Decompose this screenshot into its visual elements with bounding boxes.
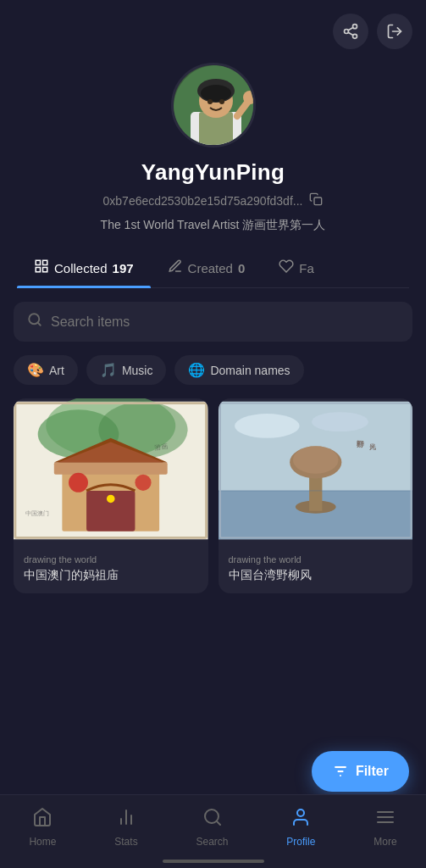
wallet-address-text: 0xb7e6ecd2530b2e15d75a290fd3df...	[103, 194, 303, 208]
nft-1-info: drawing the world 中国澳门的妈祖庙	[14, 546, 208, 593]
profile-nav-icon	[290, 807, 311, 832]
tab-created[interactable]: Created 0	[151, 248, 263, 287]
svg-point-34	[135, 475, 151, 491]
nft-2-series: drawing the world	[229, 554, 403, 565]
nav-home[interactable]: Home	[15, 804, 69, 851]
svg-point-33	[69, 473, 88, 492]
svg-rect-28	[54, 462, 168, 474]
music-label: Music	[122, 364, 153, 377]
search-container	[0, 288, 426, 355]
nav-search[interactable]: Search	[182, 804, 241, 851]
more-icon	[375, 807, 396, 832]
svg-line-3	[348, 32, 353, 35]
tab-favorited[interactable]: Fa	[262, 248, 331, 287]
svg-line-4	[348, 27, 353, 30]
profile-tabs: Collected 197 Created 0 Fa	[17, 248, 409, 288]
nft-2-info: drawing the world 中国台湾野柳风	[219, 546, 413, 593]
filter-label: Filter	[356, 764, 389, 779]
domain-icon: 🌐	[188, 362, 205, 378]
collected-icon	[34, 259, 49, 277]
category-domain[interactable]: 🌐 Domain names	[174, 355, 303, 385]
top-actions	[0, 0, 426, 49]
svg-point-39	[235, 414, 300, 438]
profile-bio: The 1st World Travel Artist 游画世界第一人	[101, 218, 326, 233]
svg-point-32	[107, 495, 115, 504]
filter-button[interactable]: Filter	[312, 751, 409, 792]
nft-card-1[interactable]: 游画 中国澳门 drawing the world 中国澳门的妈祖庙	[14, 398, 208, 593]
nav-profile[interactable]: Profile	[273, 804, 329, 851]
nav-more[interactable]: More	[360, 804, 410, 851]
svg-rect-17	[36, 260, 40, 264]
collected-count: 197	[113, 261, 134, 275]
collected-label: Collected	[54, 261, 108, 275]
home-indicator	[163, 860, 264, 863]
created-count: 0	[238, 261, 245, 275]
category-music[interactable]: 🎵 Music	[86, 355, 167, 385]
nav-home-label: Home	[29, 836, 56, 848]
category-art[interactable]: 🎨 Art	[14, 355, 78, 385]
nft-grid: 游画 中国澳门 drawing the world 中国澳门的妈祖庙	[0, 398, 426, 610]
svg-rect-20	[43, 268, 47, 272]
nft-2-title: 中国台湾野柳风	[229, 568, 403, 583]
search-box	[14, 302, 412, 342]
svg-rect-16	[314, 198, 322, 205]
search-nav-icon	[202, 807, 223, 832]
domain-label: Domain names	[210, 364, 290, 377]
nft-card-2[interactable]: 野柳 风光 drawing the world 中国台湾野柳风	[219, 398, 413, 593]
search-icon	[27, 312, 42, 331]
svg-rect-18	[43, 260, 47, 264]
profile-section: YangYunPing 0xb7e6ecd2530b2e15d75a290fd3…	[0, 49, 426, 288]
created-icon	[168, 259, 183, 277]
svg-point-45	[292, 446, 338, 474]
nft-1-title: 中国澳门的妈祖庙	[24, 568, 198, 583]
svg-point-40	[311, 412, 368, 431]
svg-text:中国澳门: 中国澳门	[25, 510, 49, 516]
favorited-icon	[279, 259, 294, 277]
bottom-nav: Home Stats Search Profile	[0, 794, 426, 868]
stats-icon	[116, 807, 136, 832]
favorited-label: Fa	[299, 261, 314, 275]
svg-point-11	[201, 85, 231, 102]
nav-profile-label: Profile	[286, 836, 315, 848]
nft-2-image: 野柳 风光	[219, 398, 413, 546]
nft-1-series: drawing the world	[24, 554, 198, 565]
copy-address-icon[interactable]	[309, 192, 323, 209]
art-icon: 🎨	[27, 362, 44, 378]
svg-point-58	[297, 810, 304, 816]
search-input[interactable]	[51, 314, 399, 330]
nav-search-label: Search	[196, 836, 228, 848]
wallet-address-container: 0xb7e6ecd2530b2e15d75a290fd3df...	[103, 192, 324, 209]
nav-stats-label: Stats	[114, 836, 137, 848]
svg-line-22	[37, 322, 40, 325]
art-label: Art	[49, 364, 64, 377]
avatar	[171, 63, 256, 147]
username: YangYunPing	[141, 159, 285, 186]
nav-stats[interactable]: Stats	[101, 804, 151, 851]
svg-point-13	[219, 99, 224, 104]
categories-filter: 🎨 Art 🎵 Music 🌐 Domain names	[0, 355, 426, 398]
tab-collected[interactable]: Collected 197	[17, 248, 151, 287]
svg-line-57	[216, 821, 219, 825]
home-icon	[32, 807, 53, 832]
svg-rect-19	[36, 268, 40, 272]
nav-more-label: More	[373, 836, 396, 848]
music-icon: 🎵	[100, 362, 117, 378]
nft-1-image: 游画 中国澳门	[14, 398, 208, 546]
svg-point-12	[207, 99, 213, 104]
share-button[interactable]	[333, 14, 368, 49]
logout-button[interactable]	[377, 14, 412, 49]
created-label: Created	[188, 261, 233, 275]
